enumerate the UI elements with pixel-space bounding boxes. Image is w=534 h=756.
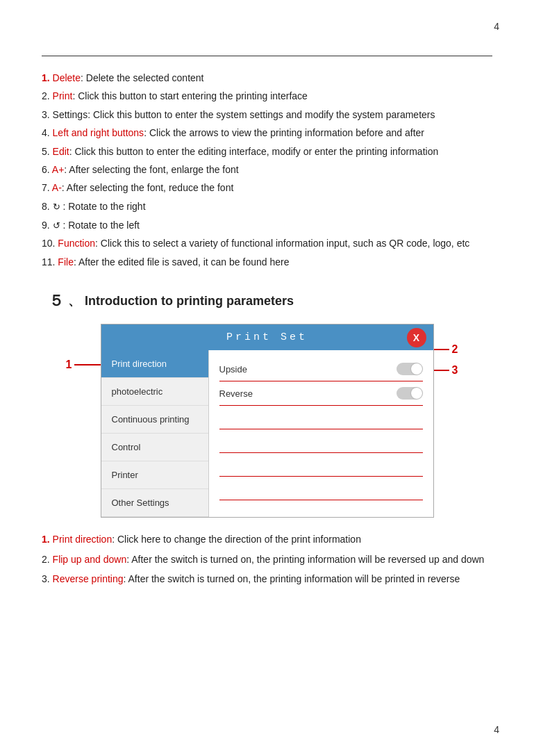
top-divider [42,56,492,56]
annotation-1: 1 [66,359,72,371]
item9-text: : Rotate to the left [60,220,140,231]
item8-number: 8. [42,201,50,212]
desc3-number: 3. [42,573,50,584]
desc1-text: : Click here to change the direction of … [112,534,361,545]
menu-item-print-direction[interactable]: Print direction [101,350,208,378]
list-item-4: 4. Left and right buttons: Click the arr… [42,125,492,140]
item8-icon: ↻ [53,202,60,212]
close-button[interactable]: X [407,328,426,347]
item7-text: : After selecting the font, reduce the f… [62,182,234,193]
item2-label: Print [53,90,73,101]
item5-label: Edit [53,146,69,157]
item6-text: : After selecting the font, enlarge the … [64,164,238,175]
desc1-label: Print direction [53,534,112,545]
item10-label: Function [58,238,95,249]
print-set-body: Print direction photoelectric Continuous… [101,350,433,517]
list-item-3: 3. Settings: Click this button to enter … [42,107,492,122]
print-set-title: Print Set [226,331,308,343]
list-item-2: 2. Print: Click this button to start ent… [42,88,492,104]
list-item-9: 9. ↺ : Rotate to the left [42,217,492,233]
menu-item-printer[interactable]: Printer [101,461,208,489]
empty-row-1 [219,407,423,429]
desc2-text: : After the switch is turned on, the pri… [126,554,484,565]
list-item-5: 5. Edit: Click this button to enter the … [42,144,492,159]
section5-number: ５ [49,290,64,311]
section5-title: ５ 、 Introduction to printing parameters [49,290,492,311]
item10-text: : Click this to select a variety of func… [95,238,469,249]
empty-row-2 [219,431,423,453]
item9-icon: ↺ [53,220,60,231]
desc3-text: : After the switch is turned on, the pri… [124,573,460,584]
item5-text: : Click this button to enter the editing… [69,146,439,157]
right-panel: Upside Reverse [209,350,433,517]
menu-item-control[interactable]: Control [101,434,208,461]
desc2-label: Flip up and down [53,554,127,565]
desc2-number: 2. [42,554,50,565]
close-icon: X [413,332,419,343]
descriptions: 1. Print direction: Click here to change… [42,532,492,586]
item11-number: 11. [42,256,55,268]
item11-label: File [58,256,74,268]
list-item-11: 11. File: After the edited file is saved… [42,254,492,270]
list-item-10: 10. Function: Click this to select a var… [42,236,492,251]
item2-number: 2. [42,90,50,101]
item6-label: A+ [52,164,65,175]
item5-number: 5. [42,146,50,157]
section5-label: Introduction to printing parameters [85,294,294,309]
list-item-1: 1. Delete: Delete the selected content [42,70,492,85]
item1-label: Delete [53,72,81,83]
item8-text: : Rotate to the right [60,201,146,212]
item1-number: 1. [42,72,50,83]
list-item-7: 7. A-: After selecting the font, reduce … [42,180,492,195]
item3-number: 3. Settings: Click this button to enter … [42,109,435,120]
item6-number: 6. [42,164,50,175]
desc-item-3: 3. Reverse printing: After the switch is… [42,571,492,586]
toggle-label-upside: Upside [219,364,247,375]
toggle-label-reverse: Reverse [219,388,253,399]
desc-item-2: 2. Flip up and down: After the switch is… [42,552,492,567]
print-set-header: Print Set X [101,324,433,350]
empty-row-3 [219,454,423,477]
desc-item-1: 1. Print direction: Click here to change… [42,532,492,547]
items-list: 1. Delete: Delete the selected content 2… [42,70,492,270]
section5-separator: 、 [68,293,81,309]
menu-item-continuous-printing[interactable]: Continuous printing [101,406,208,434]
toggle-reverse[interactable] [397,387,423,400]
print-set-dialog: Print Set X Print direction photoelectri… [101,324,434,518]
item4-text: : Click the arrows to view the printing … [144,127,424,138]
menu-item-photoelectric[interactable]: photoelectric [101,378,208,406]
page: 4 1. Delete: Delete the selected content… [0,0,534,756]
item4-number: 4. [42,127,50,138]
item1-text: : Delete the selected content [81,72,203,83]
page-number-bottom: 4 [494,724,499,735]
toggle-row-reverse: Reverse [219,381,423,406]
toggle-row-upside: Upside [219,357,423,381]
annotation-3: 3 [452,364,458,377]
list-item-8: 8. ↻ : Rotate to the right [42,199,492,215]
page-number-top: 4 [494,21,499,32]
list-item-6: 6. A+: After selecting the font, enlarge… [42,162,492,177]
empty-row-4 [219,478,423,500]
left-menu: Print direction photoelectric Continuous… [101,350,209,517]
desc1-number: 1. [42,534,50,545]
desc3-label: Reverse printing [53,573,124,584]
item11-text: : After the edited file is saved, it can… [74,256,290,268]
item10-number: 10. [42,238,55,249]
item9-number: 9. [42,220,50,231]
item4-label: Left and right buttons [53,127,144,138]
annotation-2: 2 [452,343,458,356]
menu-item-other-settings[interactable]: Other Settings [101,489,208,517]
item2-text: : Click this button to start entering th… [72,90,308,101]
toggle-upside[interactable] [397,363,423,375]
item7-label: A- [52,182,62,193]
item7-number: 7. [42,182,50,193]
